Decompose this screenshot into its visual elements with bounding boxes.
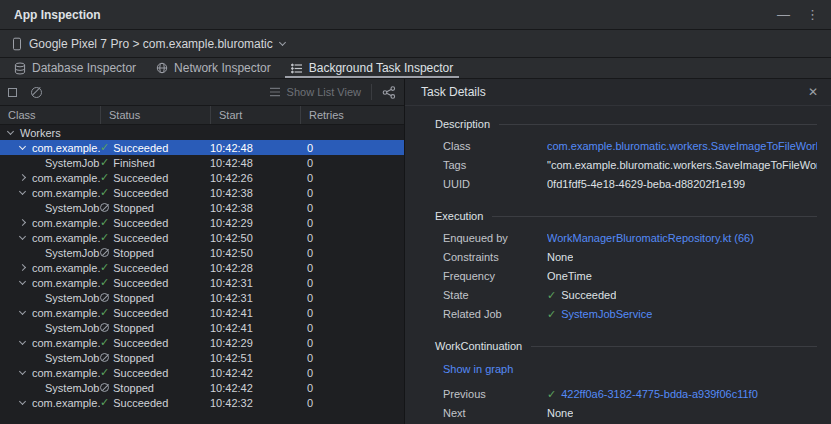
uuid-value: 0fd1fdf5-4e18-4629-beba-d88202f1e199 [547,177,745,191]
database-icon [14,62,26,75]
minimize-icon[interactable]: — [777,8,790,21]
retries-count: 0 [300,232,404,244]
chevron-expanded-icon[interactable] [19,368,26,375]
show-list-view-button[interactable]: Show List View [269,86,361,98]
previous-work-link[interactable]: 422ff0a6-3182-4775-bdda-a939f06c11f0 [561,387,758,401]
worker-class-label: com.example.bl [32,367,100,379]
section-divider [492,216,817,217]
table-row[interactable]: com.example.bl✓Succeeded10:42:480 [0,140,404,155]
table-row[interactable]: com.example.bl✓Succeeded10:42:260 [0,170,404,185]
window-title: App Inspection [14,8,101,22]
table-row[interactable]: SystemJobS✓Finished10:42:480 [0,155,404,170]
table-row[interactable]: com.example.bl✓Succeeded10:42:420 [0,365,404,380]
related-job-link[interactable]: SystemJobService [561,307,652,321]
cancel-work-icon[interactable] [31,87,42,98]
table-group-row[interactable]: Workers [0,125,404,140]
status-stopped-icon [100,383,109,392]
show-graph-view-icon[interactable] [382,86,396,99]
chevron-expanded-icon[interactable] [19,308,26,315]
retries-count: 0 [300,172,404,184]
table-row[interactable]: com.example.bl✓Succeeded10:42:310 [0,275,404,290]
chevron-collapsed-icon[interactable] [19,174,26,181]
start-time: 10:42:42 [210,367,300,379]
worker-class-label: com.example.bl [32,187,100,199]
column-header-status[interactable]: Status [100,106,210,124]
chevron-collapsed-icon[interactable] [19,219,26,226]
table-row[interactable]: com.example.bl✓Succeeded10:42:290 [0,335,404,350]
status-stopped-icon [100,353,109,362]
table-row[interactable]: SystemJobSStopped10:42:410 [0,320,404,335]
stop-inspector-icon[interactable] [8,88,17,97]
toolbar-separator [371,84,372,100]
worker-table-panel: Show List View Class Status [0,79,405,424]
device-process-label: Google Pixel 7 Pro > com.example.bluroma… [29,37,273,51]
status-label: Stopped [113,322,154,334]
status-stopped-icon [100,203,109,212]
start-time: 10:42:29 [210,217,300,229]
field-label: Frequency [443,269,547,283]
worker-class-label: SystemJobS [45,382,100,394]
enqueued-by-link[interactable]: WorkManagerBluromaticRepository.kt (66) [547,231,754,245]
retries-count: 0 [300,247,404,259]
field-label: Tags [443,158,547,172]
tab-label: Network Inspector [174,61,271,75]
status-success-icon: ✓ [100,336,109,349]
chevron-expanded-icon[interactable] [19,188,26,195]
column-header-class[interactable]: Class [0,106,100,124]
table-row[interactable]: SystemJobSStopped10:42:510 [0,350,404,365]
status-success-icon: ✓ [100,276,109,289]
titlebar: App Inspection — ⋮ [0,0,831,30]
retries-count: 0 [300,262,404,274]
field-label: UUID [443,177,547,191]
show-in-graph-link[interactable]: Show in graph [443,363,513,375]
table-row[interactable]: com.example.bl✓Succeeded10:42:320 [0,395,404,410]
chevron-expanded-icon[interactable] [19,398,26,405]
close-icon[interactable]: ✕ [808,85,818,99]
table-row[interactable]: com.example.bl✓Succeeded10:42:380 [0,185,404,200]
start-time: 10:42:48 [210,157,300,169]
retries-count: 0 [300,292,404,304]
status-success-icon: ✓ [100,141,109,154]
table-row[interactable]: com.example.bl✓Succeeded10:42:410 [0,305,404,320]
worker-class-label: SystemJobS [45,202,100,214]
network-icon [156,62,168,74]
start-time: 10:42:29 [210,337,300,349]
table-row[interactable]: com.example.bl✓Succeeded10:42:290 [0,215,404,230]
status-success-icon: ✓ [100,186,109,199]
section-divider [531,346,817,347]
status-label: Succeeded [113,262,168,274]
tab-database-inspector[interactable]: Database Inspector [4,58,146,78]
tab-network-inspector[interactable]: Network Inspector [146,58,281,78]
worker-class-label: SystemJobS [45,157,100,169]
device-process-selector[interactable]: Google Pixel 7 Pro > com.example.bluroma… [12,37,285,51]
retries-count: 0 [300,367,404,379]
table-row[interactable]: com.example.bl✓Succeeded10:42:280 [0,260,404,275]
chevron-expanded-icon[interactable] [7,128,14,135]
status-label: Succeeded [113,172,168,184]
table-header: Class Status Start Retries [0,106,404,125]
table-row[interactable]: SystemJobSStopped10:42:500 [0,245,404,260]
chevron-expanded-icon[interactable] [19,143,26,150]
start-time: 10:42:32 [210,397,300,409]
start-time: 10:42:41 [210,322,300,334]
worker-class-label: com.example.bl [32,142,100,154]
chevron-expanded-icon[interactable] [19,233,26,240]
status-stopped-icon [100,248,109,257]
chevron-collapsed-icon[interactable] [19,264,26,271]
column-header-retries[interactable]: Retries [300,106,404,124]
table-row[interactable]: SystemJobSStopped10:42:310 [0,290,404,305]
worker-class-label: SystemJobS [45,292,100,304]
status-success-icon: ✓ [100,171,109,184]
status-label: Succeeded [113,187,168,199]
tab-background-task-inspector[interactable]: Background Task Inspector [281,58,464,78]
chevron-expanded-icon[interactable] [19,278,26,285]
more-options-icon[interactable]: ⋮ [806,8,819,21]
start-time: 10:42:26 [210,172,300,184]
worker-class-link[interactable]: com.example.bluromatic.workers.SaveImage… [547,139,817,153]
table-row[interactable]: SystemJobSStopped10:42:380 [0,200,404,215]
table-row[interactable]: SystemJobSStopped10:42:420 [0,380,404,395]
chevron-expanded-icon[interactable] [19,338,26,345]
column-header-start[interactable]: Start [210,106,300,124]
start-time: 10:42:50 [210,247,300,259]
table-row[interactable]: com.example.bl✓Succeeded10:42:500 [0,230,404,245]
